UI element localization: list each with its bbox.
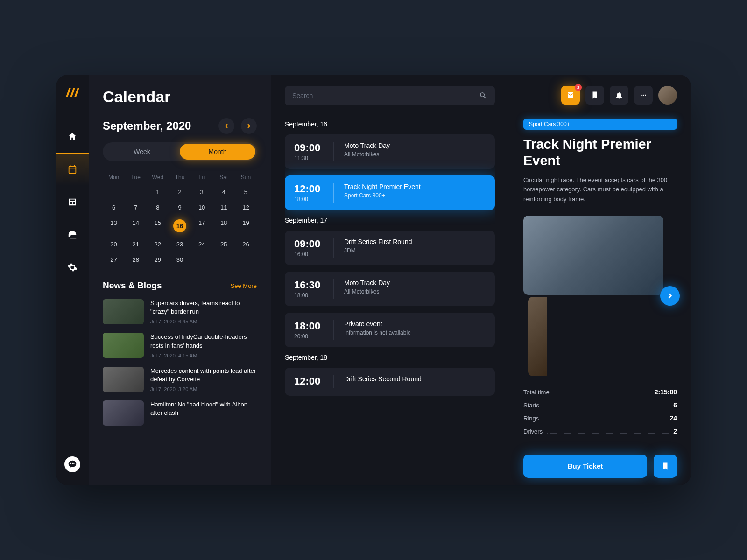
event-start: 12:00 <box>294 183 323 195</box>
cal-day[interactable]: 14 <box>125 216 147 236</box>
cal-day[interactable]: 23 <box>169 238 190 251</box>
cal-day[interactable]: 26 <box>235 238 257 251</box>
cal-day[interactable]: 10 <box>191 201 213 214</box>
nav-helmet[interactable] <box>56 218 89 251</box>
notifications-button[interactable] <box>610 86 628 105</box>
view-month-button[interactable]: Month <box>180 144 255 160</box>
cal-day[interactable]: 5 <box>235 185 257 199</box>
cal-day <box>235 253 257 266</box>
news-headline: Supercars drivers, teams react to "crazy… <box>150 299 257 316</box>
news-item[interactable]: Mercedes content with points lead after … <box>103 367 257 392</box>
event-detail-desc: Circular night race. The event accepts c… <box>523 175 677 204</box>
event-title: Track Night Premier Event <box>344 183 486 190</box>
cal-day[interactable]: 28 <box>125 253 147 266</box>
event-stats: Total time 2:15:00Starts 6Rings 24Driver… <box>523 388 677 441</box>
cal-day[interactable]: 12 <box>235 201 257 214</box>
stat-value: 6 <box>673 401 677 409</box>
event-start: 18:00 <box>294 320 323 332</box>
cal-day[interactable]: 29 <box>147 253 169 266</box>
gallery-main-image[interactable] <box>523 216 663 295</box>
cal-day[interactable]: 21 <box>125 238 147 251</box>
calendar-grid: MonTueWedThuFriSatSun1234567891011121314… <box>103 171 257 266</box>
event-title: Drift Series First Round <box>344 238 486 245</box>
event-card[interactable]: 12:00 Drift Series Second Round <box>285 368 495 396</box>
nav-chat[interactable] <box>64 456 80 472</box>
next-month-button[interactable] <box>241 118 257 134</box>
nav-news[interactable] <box>56 186 89 218</box>
cal-day[interactable]: 1 <box>147 185 169 199</box>
event-card[interactable]: 09:00 11:30 Moto Track Day All Motorbike… <box>285 134 495 169</box>
news-date: Jul 7, 2020, 6:45 AM <box>150 319 257 324</box>
cal-day[interactable]: 17 <box>191 216 213 236</box>
event-start: 09:00 <box>294 238 323 250</box>
buy-ticket-button[interactable]: Buy Ticket <box>523 455 647 478</box>
news-item[interactable]: Success of IndyCar double-headers rests … <box>103 333 257 358</box>
cal-day[interactable]: 2 <box>169 185 190 199</box>
event-card[interactable]: 12:00 18:00 Track Night Premier Event Sp… <box>285 175 495 210</box>
cal-day[interactable]: 7 <box>125 201 147 214</box>
news-headline: Hamilton: No "bad blood" with Albon afte… <box>150 400 257 417</box>
right-panel: 3 Sport Cars 300+ Track Night Premier Ev… <box>509 75 691 485</box>
nav-settings[interactable] <box>56 251 89 284</box>
event-end: 16:00 <box>294 251 323 258</box>
news-item[interactable]: Supercars drivers, teams react to "crazy… <box>103 299 257 324</box>
nav-calendar[interactable] <box>56 153 89 186</box>
day-label: September, 16 <box>285 120 495 128</box>
day-label: September, 17 <box>285 217 495 224</box>
stat-label: Total time <box>523 389 550 396</box>
cal-day[interactable]: 11 <box>213 201 235 214</box>
cal-day <box>125 185 147 199</box>
search-input[interactable] <box>292 92 473 99</box>
cal-day[interactable]: 8 <box>147 201 169 214</box>
mail-badge: 3 <box>575 84 582 91</box>
stat-row: Total time 2:15:00 <box>523 388 677 396</box>
news-date: Jul 7, 2020, 4:15 AM <box>150 353 257 358</box>
app-window: Calendar September, 2020 Week Month MonT… <box>56 75 691 485</box>
more-button[interactable] <box>634 86 653 105</box>
nav-home[interactable] <box>56 120 89 153</box>
event-card[interactable]: 16:30 18:00 Moto Track Day All Motorbike… <box>285 272 495 306</box>
see-more-link[interactable]: See More <box>231 282 257 289</box>
stat-row: Rings 24 <box>523 414 677 422</box>
cal-day[interactable]: 18 <box>213 216 235 236</box>
cal-header: Fri <box>191 171 213 183</box>
bookmark-top-button[interactable] <box>585 86 604 105</box>
stat-row: Starts 6 <box>523 401 677 409</box>
gallery-side-image[interactable] <box>528 297 547 376</box>
cal-day[interactable]: 16 <box>169 216 190 236</box>
cal-day[interactable]: 4 <box>213 185 235 199</box>
logo-icon <box>66 88 79 97</box>
event-card[interactable]: 09:00 16:00 Drift Series First Round JDM <box>285 231 495 265</box>
avatar[interactable] <box>658 86 677 105</box>
cal-day[interactable]: 27 <box>103 253 125 266</box>
bookmark-button[interactable] <box>654 455 677 478</box>
cal-header: Tue <box>125 171 147 183</box>
cal-day[interactable]: 20 <box>103 238 125 251</box>
cal-day[interactable]: 6 <box>103 201 125 214</box>
cal-day[interactable]: 22 <box>147 238 169 251</box>
cal-day[interactable]: 19 <box>235 216 257 236</box>
cal-day[interactable]: 24 <box>191 238 213 251</box>
news-item[interactable]: Hamilton: No "bad blood" with Albon afte… <box>103 400 257 426</box>
prev-month-button[interactable] <box>218 118 234 134</box>
cal-day[interactable]: 9 <box>169 201 190 214</box>
news-date: Jul 7, 2020, 3:20 AM <box>150 386 257 392</box>
view-week-button[interactable]: Week <box>104 144 180 160</box>
cal-day[interactable]: 25 <box>213 238 235 251</box>
sidebar <box>56 75 89 485</box>
events-list: September, 16 09:00 11:30 Moto Track Day… <box>285 118 495 474</box>
gallery-next-button[interactable] <box>660 286 680 306</box>
cal-day[interactable]: 13 <box>103 216 125 236</box>
cal-day[interactable]: 30 <box>169 253 190 266</box>
news-thumb <box>103 299 144 324</box>
cal-day <box>191 253 213 266</box>
event-card[interactable]: 18:00 20:00 Private event Information is… <box>285 313 495 347</box>
news-list: Supercars drivers, teams react to "crazy… <box>103 299 257 426</box>
event-sub: Sport Cars 300+ <box>344 192 486 199</box>
event-title: Moto Track Day <box>344 279 486 287</box>
news-headline: Mercedes content with points lead after … <box>150 367 257 384</box>
event-start: 12:00 <box>294 375 323 387</box>
cal-day[interactable]: 3 <box>191 185 213 199</box>
mail-button[interactable]: 3 <box>561 86 580 105</box>
cal-day[interactable]: 15 <box>147 216 169 236</box>
